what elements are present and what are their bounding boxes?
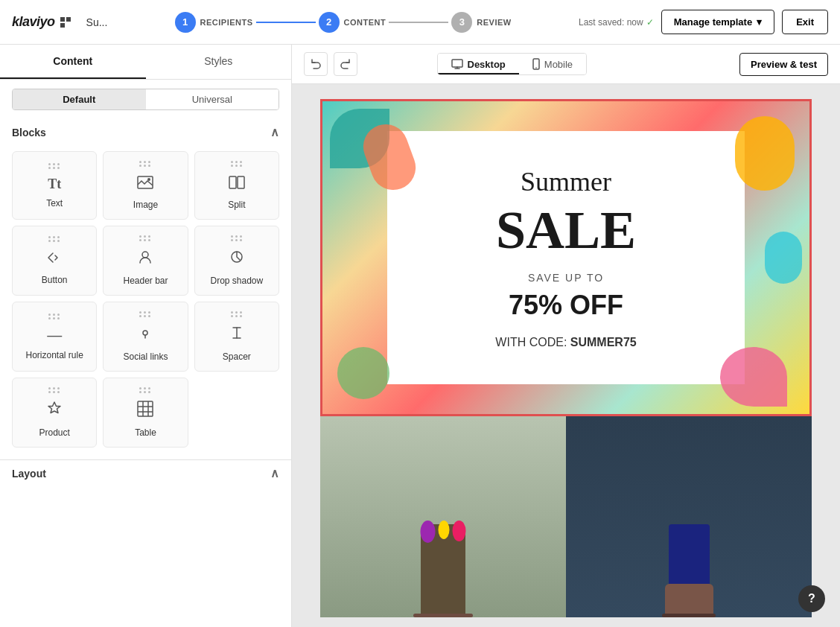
drag-handle xyxy=(139,387,151,393)
right-img-content xyxy=(622,416,756,617)
drag-handle xyxy=(48,387,60,393)
split-block-label: Split xyxy=(228,200,245,210)
universal-button[interactable]: Universal xyxy=(146,89,279,109)
header-bar-block-label: Header bar xyxy=(123,276,168,286)
tab-content[interactable]: Content xyxy=(0,45,146,79)
step-3: 3 REVIEW xyxy=(451,12,511,33)
social-links-block-icon xyxy=(137,325,153,346)
drag-handle xyxy=(139,161,151,167)
brand-logo: klaviyo xyxy=(12,14,71,30)
chevron-down-icon: ▾ xyxy=(757,16,762,28)
header-bar-block-icon xyxy=(137,249,153,270)
product-block-icon xyxy=(46,401,63,421)
products-section xyxy=(320,416,812,617)
help-button[interactable]: ? xyxy=(798,585,825,612)
boot-sole xyxy=(413,614,473,617)
social-links-block-label: Social links xyxy=(123,351,168,362)
block-button[interactable]: Button xyxy=(12,226,97,296)
step-1-circle: 1 xyxy=(175,12,196,33)
drag-handle xyxy=(231,161,243,167)
drop-shadow-block-label: Drop shadow xyxy=(210,276,263,286)
mobile-icon xyxy=(532,58,540,70)
block-image[interactable]: Image xyxy=(103,151,188,220)
hero-section[interactable]: Summer SALE SAVE UP TO 75% OFF WITH CODE… xyxy=(320,99,812,416)
blocks-collapse-icon[interactable]: ∧ xyxy=(270,125,279,139)
deco-shape-5 xyxy=(720,347,787,407)
svg-rect-1 xyxy=(66,17,71,22)
layout-label: Layout xyxy=(12,468,46,480)
spacer-block-label: Spacer xyxy=(223,351,251,362)
horizontal-rule-block-icon: — xyxy=(47,327,62,344)
spacer-block-icon xyxy=(230,325,244,346)
drop-shadow-block-icon xyxy=(229,249,245,270)
layout-collapse-icon[interactable]: ∧ xyxy=(270,466,279,480)
undo-icon xyxy=(310,58,322,70)
svg-point-7 xyxy=(142,252,148,258)
redo-button[interactable] xyxy=(334,52,357,76)
preview-test-button[interactable]: Preview & test xyxy=(739,53,828,76)
block-drop-shadow[interactable]: Drop shadow xyxy=(194,226,279,296)
blocks-section-header: Blocks ∧ xyxy=(0,119,291,145)
deco-shape-3 xyxy=(337,347,389,399)
email-container: Summer SALE SAVE UP TO 75% OFF WITH CODE… xyxy=(320,99,812,612)
sale-card: Summer SALE SAVE UP TO 75% OFF WITH CODE… xyxy=(387,131,745,384)
exit-button[interactable]: Exit xyxy=(782,10,828,34)
top-nav: klaviyo Su... 1 RECIPIENTS 2 CONTENT 3 R… xyxy=(0,0,840,45)
toolbar: Desktop Mobile Preview & test xyxy=(292,45,840,84)
drag-handle xyxy=(48,236,60,242)
step-2-circle: 2 xyxy=(319,12,340,33)
tab-styles[interactable]: Styles xyxy=(146,45,292,79)
flower-shapes xyxy=(421,521,466,543)
desktop-icon xyxy=(451,59,463,69)
block-social-links[interactable]: Social links xyxy=(103,302,188,372)
off-text: 75% OFF xyxy=(509,290,623,321)
undo-button[interactable] xyxy=(304,52,328,76)
product-image-left xyxy=(320,416,566,617)
block-header-bar[interactable]: Header bar xyxy=(103,226,188,296)
blocks-label: Blocks xyxy=(12,127,46,139)
block-table[interactable]: Table xyxy=(103,378,188,448)
left-img-content xyxy=(376,416,510,617)
mobile-view-button[interactable]: Mobile xyxy=(519,54,586,74)
redo-icon xyxy=(340,58,351,70)
drag-handle xyxy=(48,163,60,169)
email-preview: Summer SALE SAVE UP TO 75% OFF WITH CODE… xyxy=(292,84,840,627)
svg-point-4 xyxy=(147,178,150,181)
product-block-label: Product xyxy=(39,427,69,438)
step-line-1 xyxy=(256,22,316,23)
image-block-label: Image xyxy=(133,200,158,210)
deco-shape-4 xyxy=(735,116,795,191)
content-area: Desktop Mobile Preview & test xyxy=(292,45,840,627)
block-horizontal-rule[interactable]: — Horizontal rule xyxy=(12,302,97,372)
logo-icon xyxy=(60,16,71,28)
saved-check-icon: ✓ xyxy=(646,17,654,28)
pants-shape xyxy=(669,524,710,584)
svg-rect-0 xyxy=(60,17,65,22)
drag-handle xyxy=(231,311,243,317)
save-text: SAVE UP TO xyxy=(528,272,604,284)
manage-template-button[interactable]: Manage template ▾ xyxy=(661,10,774,34)
table-block-icon xyxy=(137,401,153,421)
klaviyo-logo: klaviyo xyxy=(12,14,55,30)
button-block-label: Button xyxy=(42,275,68,285)
block-product[interactable]: Product xyxy=(12,378,97,448)
svg-point-12 xyxy=(535,67,537,69)
shoe-sole xyxy=(662,614,716,617)
button-block-icon xyxy=(46,249,63,269)
step-line-2 xyxy=(389,22,448,23)
default-button[interactable]: Default xyxy=(13,89,146,109)
step-2-label: CONTENT xyxy=(344,18,386,27)
layout-section-header: Layout ∧ xyxy=(0,459,291,486)
svg-rect-9 xyxy=(138,401,153,416)
product-image-right xyxy=(566,416,812,617)
sidebar-tabs: Content Styles xyxy=(0,45,291,80)
desktop-view-button[interactable]: Desktop xyxy=(438,54,519,74)
block-text[interactable]: Tt Text xyxy=(12,151,97,220)
code-text: WITH CODE: SUMMER75 xyxy=(495,336,636,349)
horizontal-rule-block-label: Horizontal rule xyxy=(25,350,83,360)
svg-rect-2 xyxy=(60,23,65,28)
block-spacer[interactable]: Spacer xyxy=(194,302,279,372)
svg-rect-5 xyxy=(229,176,236,188)
block-split[interactable]: Split xyxy=(194,151,279,220)
stepper: 1 RECIPIENTS 2 CONTENT 3 REVIEW xyxy=(116,12,570,33)
